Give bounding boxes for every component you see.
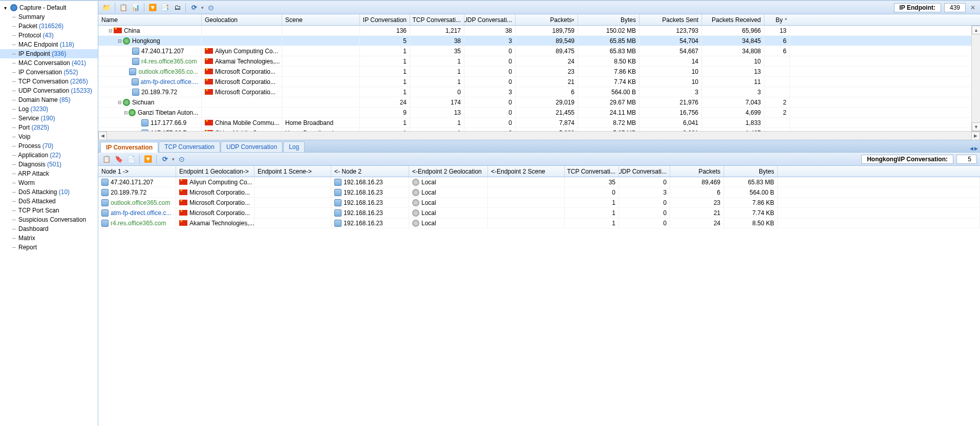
col-ep1-geo[interactable]: Endpoint 1 Geolocation-> xyxy=(176,166,254,177)
table-row[interactable]: 117.177.66.9China Mobile Commu...Home Br… xyxy=(98,118,980,128)
table-row[interactable]: 47.240.171.207Aliyun Computing Co...1350… xyxy=(98,46,980,56)
scroll-track[interactable] xyxy=(972,34,980,122)
tab-tcp-conversation[interactable]: TCP Conversation xyxy=(159,141,220,152)
play-icon[interactable]: ⊙ xyxy=(177,154,187,164)
sidebar-item-dos-attacked[interactable]: – DoS Attacked xyxy=(0,197,98,206)
table-row[interactable]: r4.res.office365.comAkamai Technologies,… xyxy=(98,56,980,67)
table-row[interactable]: r4.res.office365.comAkamai Technologies,… xyxy=(98,218,980,228)
sidebar-item-port[interactable]: – Port (2825) xyxy=(0,123,98,132)
table-row[interactable]: atm-fp-direct.office....Microsoft Corpor… xyxy=(98,77,980,87)
col-packets-recv[interactable]: Packets Received xyxy=(702,14,764,25)
detail-btn-2[interactable]: 🔖 xyxy=(114,154,124,164)
bottom-table-body[interactable]: 47.240.171.207Aliyun Computing Co...192.… xyxy=(98,177,980,426)
col-scene[interactable]: Scene xyxy=(282,14,360,25)
col-bytes[interactable]: Bytes xyxy=(578,14,640,25)
toolbar-btn-5[interactable]: 📑 xyxy=(160,3,170,13)
sidebar-item-log[interactable]: – Log (3230) xyxy=(0,104,98,114)
col-name[interactable]: Name xyxy=(98,14,202,25)
tree-toggle-icon[interactable]: ⊟ xyxy=(108,28,114,33)
sidebar-root[interactable]: ▾ Capture - Default xyxy=(0,3,98,12)
col-bytes-extra[interactable]: By^ xyxy=(764,14,790,25)
table-row[interactable]: ⊟China1361,21738189,759150.02 MB123,7936… xyxy=(98,26,980,36)
refresh-icon[interactable]: ⟳ xyxy=(160,154,170,164)
play-icon[interactable]: ⊙ xyxy=(206,3,216,13)
col-ep1-scene[interactable]: Endpoint 1 Scene-> xyxy=(254,166,331,177)
tree-toggle-icon[interactable]: ⊟ xyxy=(117,38,123,44)
close-icon[interactable]: ✕ xyxy=(969,4,977,12)
refresh-icon[interactable]: ⟳ xyxy=(189,3,199,13)
table-row[interactable]: outlook.office365.comMicrosoft Corporati… xyxy=(98,198,980,208)
sidebar-item-tcp-conversation[interactable]: – TCP Conversation (2265) xyxy=(0,77,98,86)
sidebar-item-matrix[interactable]: – Matrix xyxy=(0,233,98,243)
col-ep2-geo[interactable]: <-Endpoint 2 Geolocation xyxy=(409,166,488,177)
scroll-right-icon[interactable]: ▶ xyxy=(971,132,980,140)
sidebar-item-domain-name[interactable]: – Domain Name (85) xyxy=(0,95,98,104)
table-row[interactable]: 20.189.79.72Microsoft Corporatio...10365… xyxy=(98,87,980,97)
h-scrollbar[interactable]: ◀ ▶ xyxy=(98,131,980,140)
col-tcpconv[interactable]: TCP Conversati... xyxy=(410,14,464,25)
tab-ip-conversation[interactable]: IP Conversation xyxy=(100,142,158,153)
col-udp[interactable]: UDP Conversati... xyxy=(619,166,670,177)
table-row[interactable]: 47.240.171.207Aliyun Computing Co...192.… xyxy=(98,177,980,187)
dropdown-icon[interactable]: ▾ xyxy=(201,5,204,10)
sidebar-item-dos-attacking[interactable]: – DoS Attacking (10) xyxy=(0,187,98,197)
sidebar-item-process[interactable]: – Process (70) xyxy=(0,141,98,151)
detail-btn-4[interactable]: 🔽 xyxy=(143,154,153,164)
sidebar-item-suspicious-conversation[interactable]: – Suspicious Conversation xyxy=(0,215,98,224)
table-row[interactable]: ⊟Sichuan24174029,01929.67 MB21,9767,0432 xyxy=(98,97,980,108)
table-row[interactable]: ⊟Ganzi Tibetan Auton...913021,45524.11 M… xyxy=(98,108,980,118)
toolbar-btn-1[interactable]: 📁 xyxy=(101,3,112,13)
col-udpconv[interactable]: UDP Conversati... xyxy=(464,14,516,25)
col-packets-sent[interactable]: Packets Sent xyxy=(640,14,702,25)
sidebar-item-summary[interactable]: – Summary xyxy=(0,12,98,22)
dropdown-icon[interactable]: ▾ xyxy=(172,157,175,162)
col-ipconv[interactable]: IP Conversation xyxy=(360,14,410,25)
collapse-icon[interactable]: ▾ xyxy=(2,5,8,11)
sidebar-item-mac-endpoint[interactable]: – MAC Endpoint (118) xyxy=(0,40,98,49)
col-pkt[interactable]: Packets xyxy=(670,166,724,177)
scroll-left-icon[interactable]: ◀ xyxy=(98,132,107,140)
tab-next-icon[interactable]: ▶ xyxy=(974,146,978,151)
detail-btn-1[interactable]: 📋 xyxy=(101,154,112,164)
sidebar-item-ip-conversation[interactable]: – IP Conversation (552) xyxy=(0,68,98,77)
tree-toggle-icon[interactable]: ⊟ xyxy=(123,110,129,115)
sidebar-item-protocol[interactable]: – Protocol (43) xyxy=(0,31,98,40)
toolbar-btn-6[interactable]: 🗂 xyxy=(172,3,182,13)
sidebar-item-report[interactable]: – Report xyxy=(0,243,98,252)
sidebar-item-udp-conversation[interactable]: – UDP Conversation (15233) xyxy=(0,86,98,95)
sidebar-item-worm[interactable]: – Worm xyxy=(0,178,98,187)
tab-prev-icon[interactable]: ◀ xyxy=(970,146,973,151)
detail-btn-3[interactable]: 📄 xyxy=(126,154,136,164)
toolbar-btn-2[interactable]: 📋 xyxy=(118,3,129,13)
sidebar-item-application[interactable]: – Application (22) xyxy=(0,151,98,160)
sidebar-item-packet[interactable]: – Packet (316526) xyxy=(0,22,98,31)
sidebar-item-arp-attack[interactable]: – ARP Attack xyxy=(0,169,98,178)
top-table-body[interactable]: ⊟China1361,21738189,759150.02 MB123,7936… xyxy=(98,26,980,131)
tab-log[interactable]: Log xyxy=(283,141,305,152)
col-ep2-scene[interactable]: <-Endpoint 2 Scene xyxy=(488,166,565,177)
tree-toggle-icon[interactable]: ⊟ xyxy=(117,100,123,105)
col-geolocation[interactable]: Geolocation xyxy=(202,14,282,25)
tab-udp-conversation[interactable]: UDP Conversation xyxy=(221,141,283,152)
scroll-up-icon[interactable]: ▲ xyxy=(972,26,980,34)
col-packets[interactable]: Packets xyxy=(516,14,578,25)
sidebar-item-voip[interactable]: – Voip xyxy=(0,132,98,141)
toolbar-btn-3[interactable]: 📊 xyxy=(131,3,141,13)
table-row[interactable]: atm-fp-direct.office.c...Microsoft Corpo… xyxy=(98,208,980,218)
col-byt[interactable]: Bytes xyxy=(724,166,778,177)
sidebar-item-ip-endpoint[interactable]: – IP Endpoint (336) xyxy=(0,49,98,58)
sidebar-item-dashboard[interactable]: – Dashboard xyxy=(0,224,98,233)
col-node1[interactable]: Node 1 -> xyxy=(98,166,176,177)
sidebar-item-mac-conversation[interactable]: – MAC Conversation (401) xyxy=(0,58,98,68)
toolbar-btn-4[interactable]: 🔽 xyxy=(147,3,158,13)
sidebar-item-diagnosis[interactable]: – Diagnosis (501) xyxy=(0,160,98,169)
scroll-down-icon[interactable]: ▼ xyxy=(972,122,980,131)
table-row[interactable]: ⊟Hongkong538389,54965.85 MB54,70434,8456 xyxy=(98,36,980,46)
col-tcp[interactable]: TCP Conversati... xyxy=(565,166,619,177)
sidebar-item-service[interactable]: – Service (190) xyxy=(0,114,98,123)
table-row[interactable]: 20.189.79.72Microsoft Corporatio...192.1… xyxy=(98,187,980,198)
v-scrollbar[interactable]: ▲ ▼ xyxy=(971,26,980,131)
sidebar-item-tcp-port-scan[interactable]: – TCP Port Scan xyxy=(0,206,98,215)
col-node2[interactable]: <- Node 2 xyxy=(331,166,409,177)
table-row[interactable]: outlook.office365.co...Microsoft Corpora… xyxy=(98,67,980,77)
